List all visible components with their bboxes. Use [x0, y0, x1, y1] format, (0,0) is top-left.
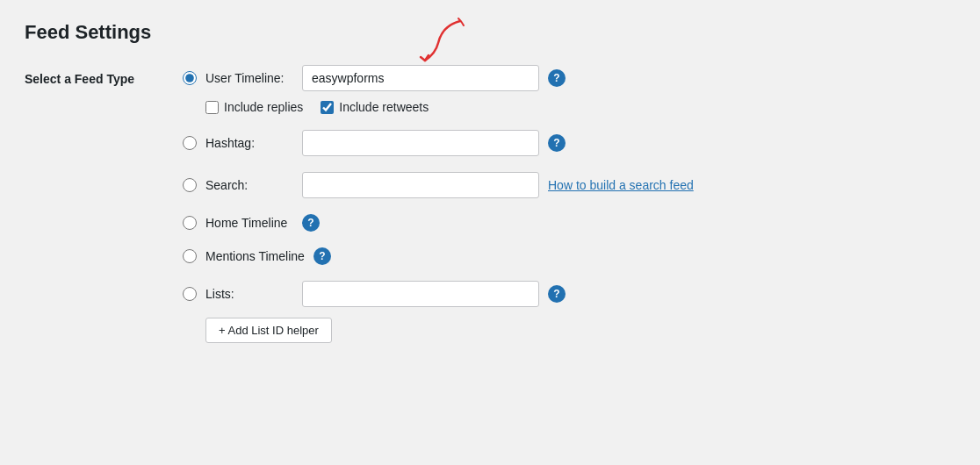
options-column: User Timeline: ? Include replies	[183, 65, 694, 343]
user-timeline-input[interactable]	[302, 65, 539, 91]
label-include-replies: Include replies	[224, 100, 303, 114]
option-lists: Lists: ? + Add List ID helper	[183, 281, 694, 343]
help-icon-mentions-timeline[interactable]: ?	[313, 247, 331, 265]
help-icon-home-timeline[interactable]: ?	[302, 214, 320, 232]
hashtag-input[interactable]	[302, 130, 539, 156]
radio-search[interactable]	[183, 178, 197, 192]
label-hashtag: Hashtag:	[205, 136, 293, 150]
checkbox-retweets-input[interactable]	[321, 101, 334, 114]
add-list-id-helper-button[interactable]: + Add List ID helper	[205, 318, 332, 343]
option-mentions-timeline: Mentions Timeline ?	[183, 247, 694, 265]
page-title: Feed Settings	[25, 21, 955, 44]
help-icon-lists[interactable]: ?	[548, 285, 566, 303]
radio-mentions-timeline[interactable]	[183, 249, 197, 263]
label-include-retweets: Include retweets	[339, 100, 429, 114]
radio-user-timeline[interactable]	[183, 71, 197, 85]
help-icon-hashtag[interactable]: ?	[548, 134, 566, 152]
checkboxes-line: Include replies Include retweets	[205, 100, 429, 114]
checkbox-include-retweets: Include retweets	[321, 100, 429, 114]
label-home-timeline: Home Timeline	[205, 216, 293, 230]
label-user-timeline: User Timeline:	[205, 71, 293, 85]
feed-settings-section: Select a Feed Type User Timeline: ?	[25, 65, 955, 343]
checkbox-include-replies: Include replies	[205, 100, 303, 114]
radio-hashtag[interactable]	[183, 136, 197, 150]
checkbox-replies-input[interactable]	[205, 101, 219, 114]
label-search: Search:	[205, 178, 293, 192]
option-hashtag: Hashtag: ?	[183, 130, 694, 156]
option-user-timeline: User Timeline: ? Include replies	[183, 65, 694, 114]
label-lists: Lists:	[205, 287, 293, 301]
lists-input[interactable]	[302, 281, 539, 307]
arrow-container	[302, 65, 539, 91]
radio-lists[interactable]	[183, 287, 197, 301]
help-icon-user-timeline[interactable]: ?	[548, 69, 566, 87]
label-mentions-timeline: Mentions Timeline	[205, 249, 305, 263]
search-input[interactable]	[302, 172, 539, 198]
search-feed-link[interactable]: How to build a search feed	[548, 178, 694, 192]
section-label: Select a Feed Type	[25, 65, 183, 86]
option-home-timeline: Home Timeline ?	[183, 214, 694, 232]
radio-home-timeline[interactable]	[183, 216, 197, 230]
option-search: Search: How to build a search feed	[183, 172, 694, 198]
